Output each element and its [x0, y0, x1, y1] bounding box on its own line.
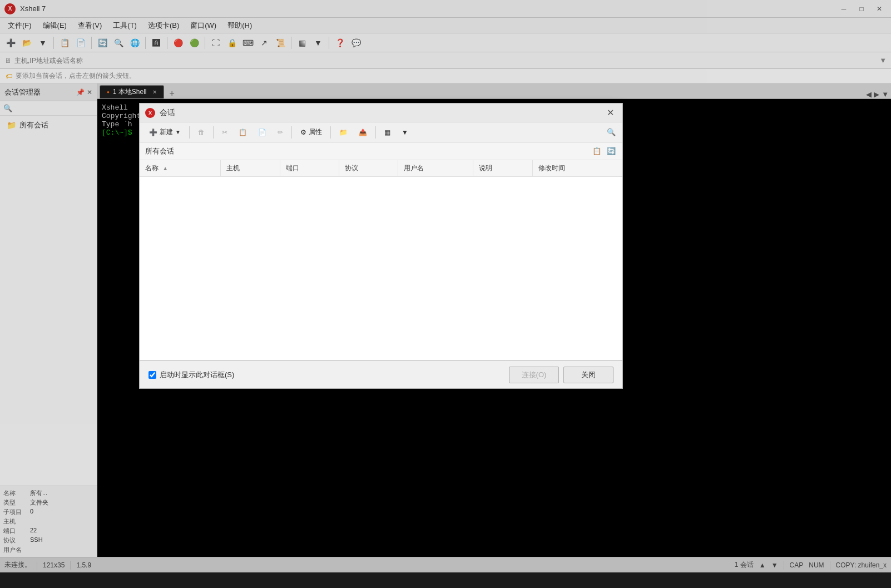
dialog-rename-button[interactable]: ✏	[273, 125, 288, 140]
dlg-sep-2	[213, 126, 214, 139]
col-header-modified[interactable]: 修改时间	[532, 160, 622, 177]
connect-button[interactable]: 连接(O)	[509, 367, 559, 383]
properties-icon: ⚙	[300, 129, 306, 136]
dialog-table-area: 名称 ▲ 主机 端口 协议 用户名 说明 修改时间	[140, 160, 622, 360]
startup-checkbox[interactable]	[148, 371, 156, 379]
dialog-overlay: X 会话 ✕ ➕ 新建 ▼ 🗑 ✂ 📋 📄 ✏ ⚙ 属性	[0, 0, 891, 588]
dialog-new-button[interactable]: ➕ 新建 ▼	[144, 125, 186, 140]
dialog-breadcrumb: 所有会话 📋 🔄	[140, 142, 622, 160]
col-header-description[interactable]: 说明	[473, 160, 532, 177]
sort-icon: ▲	[162, 165, 168, 171]
dialog-search-button[interactable]: 🔍	[605, 126, 618, 139]
session-dialog: X 会话 ✕ ➕ 新建 ▼ 🗑 ✂ 📋 📄 ✏ ⚙ 属性	[139, 103, 623, 389]
col-header-protocol[interactable]: 协议	[339, 160, 398, 177]
dialog-delete-button[interactable]: 🗑	[193, 125, 210, 140]
dialog-footer-close-button[interactable]: 关闭	[563, 367, 613, 383]
dialog-footer-buttons: 连接(O) 关闭	[509, 367, 613, 383]
dialog-copy-button[interactable]: 📋	[234, 125, 252, 140]
dialog-folder-button[interactable]: 📁	[334, 125, 353, 140]
breadcrumb-icons: 📋 🔄	[591, 146, 617, 157]
dlg-sep-4	[330, 126, 331, 139]
sessions-table: 名称 ▲ 主机 端口 协议 用户名 说明 修改时间	[140, 160, 622, 177]
dialog-footer: 启动时显示此对话框(S) 连接(O) 关闭	[140, 360, 622, 388]
dialog-cut-button[interactable]: ✂	[217, 125, 232, 140]
dialog-app-icon: X	[145, 108, 155, 118]
startup-checkbox-label[interactable]: 启动时显示此对话框(S)	[148, 370, 234, 380]
col-header-username[interactable]: 用户名	[398, 160, 473, 177]
dialog-toolbar: ➕ 新建 ▼ 🗑 ✂ 📋 📄 ✏ ⚙ 属性 📁 📤 ▦ ▼ �	[140, 122, 622, 142]
dialog-paste-button[interactable]: 📄	[253, 125, 271, 140]
col-header-port[interactable]: 端口	[280, 160, 339, 177]
delete-icon: 🗑	[198, 129, 205, 136]
breadcrumb-refresh-icon[interactable]: 🔄	[606, 146, 617, 157]
dialog-close-button[interactable]: ✕	[603, 106, 617, 120]
new-icon: ➕	[149, 129, 157, 136]
dialog-view-button[interactable]: ▦	[379, 125, 395, 140]
dialog-properties-button[interactable]: ⚙ 属性	[295, 125, 327, 140]
dlg-sep-1	[189, 126, 190, 139]
col-header-name[interactable]: 名称 ▲	[140, 160, 221, 177]
dialog-view-dropdown[interactable]: ▼	[397, 125, 413, 140]
col-header-host[interactable]: 主机	[221, 160, 280, 177]
startup-checkbox-text: 启动时显示此对话框(S)	[160, 370, 234, 380]
breadcrumb-copy-icon[interactable]: 📋	[591, 146, 602, 157]
breadcrumb-text: 所有会话	[145, 146, 174, 156]
dialog-title-bar: X 会话 ✕	[140, 103, 622, 122]
dlg-sep-3	[291, 126, 292, 139]
dialog-up-button[interactable]: 📤	[354, 125, 372, 140]
dlg-sep-5	[375, 126, 376, 139]
dialog-title: 会话	[160, 108, 603, 118]
